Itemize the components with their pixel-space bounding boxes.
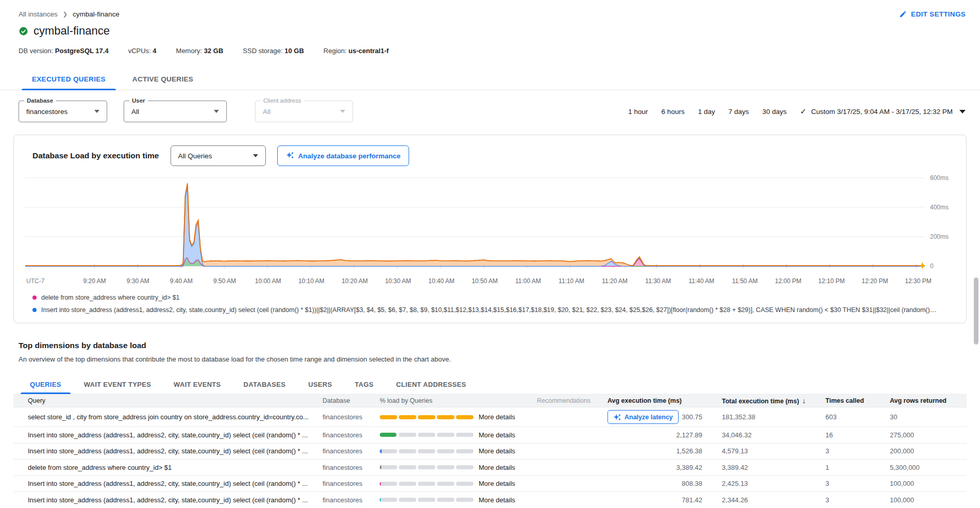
- info-memory: Memory: 32 GB: [176, 47, 224, 55]
- top-dimensions-subtitle: An overview of the top dimensions that c…: [19, 355, 967, 363]
- row-database: financestores: [323, 463, 380, 472]
- sort-descending-icon[interactable]: ↓: [802, 397, 806, 405]
- y-axis-labels: 0200ms400ms600ms: [925, 173, 955, 276]
- row-recommendation: [537, 450, 607, 452]
- x-tick-label: 12:00 PM: [775, 277, 801, 285]
- dim-tab-tags[interactable]: TAGS: [344, 374, 385, 394]
- dim-tab-queries[interactable]: QUERIES: [19, 374, 73, 394]
- info-ssd: SSD storage: 10 GB: [243, 47, 304, 55]
- table-row: Insert into store_address (address1, add…: [13, 444, 967, 460]
- database-filter-value: financestores: [26, 108, 67, 116]
- dim-tab-wait-event-types[interactable]: WAIT EVENT TYPES: [73, 374, 162, 394]
- dimension-tabs: QUERIES WAIT EVENT TYPES WAIT EVENTS DAT…: [19, 374, 967, 394]
- col-spacer: [479, 400, 537, 402]
- load-bar-segment: [456, 498, 474, 502]
- client-address-filter-value: All: [263, 108, 271, 116]
- x-axis-labels: UTC-79:20 AM9:30 AM9:40 AM9:50 AM10:00 A…: [25, 277, 955, 287]
- time-range-6-hours[interactable]: 6 hours: [662, 108, 685, 116]
- dim-tab-databases[interactable]: DATABASES: [232, 374, 297, 394]
- col-total-exec-label: Total execution time (ms): [722, 398, 799, 405]
- more-details-link[interactable]: More details: [479, 463, 537, 472]
- x-tick-label: 10:00 AM: [255, 277, 281, 285]
- breadcrumb-all-instances[interactable]: All instances: [19, 10, 58, 18]
- info-region: Region: us-central1-f: [324, 47, 388, 55]
- table-row: Insert into store_address (address1, add…: [13, 476, 967, 493]
- analyze-database-performance-button[interactable]: Analyze database performance: [277, 145, 410, 166]
- load-bar-segment: [418, 498, 435, 502]
- more-details-link[interactable]: More details: [479, 479, 537, 488]
- analyze-latency-button[interactable]: Analyze latency: [607, 410, 679, 424]
- user-filter-label: User: [129, 97, 148, 104]
- time-range-1-day[interactable]: 1 day: [698, 108, 715, 116]
- dim-tab-wait-events[interactable]: WAIT EVENTS: [162, 374, 232, 394]
- more-details-link[interactable]: More details: [479, 446, 537, 456]
- row-avg-rows-returned: 30: [890, 412, 967, 422]
- row-load-bar-cell: [380, 497, 479, 503]
- load-chart-plot[interactable]: [25, 173, 925, 276]
- x-tick-label: 11:40 AM: [689, 277, 715, 285]
- queries-table: Query Database % load by Queries Recomme…: [13, 394, 967, 508]
- col-avg-exec[interactable]: Avg execution time (ms): [607, 396, 722, 405]
- dim-tab-client-addresses[interactable]: CLIENT ADDRESSES: [385, 374, 478, 394]
- chevron-down-icon: [253, 154, 258, 157]
- col-load[interactable]: % load by Queries: [380, 396, 479, 405]
- tab-active-queries[interactable]: ACTIVE QUERIES: [119, 68, 207, 90]
- legend-item[interactable]: Insert into store_address (address1, add…: [32, 306, 955, 314]
- row-total-exec-value: 2,425.13: [722, 479, 825, 488]
- row-avg-exec-cell: 1,526.38: [607, 446, 722, 456]
- row-load-bar-cell: [380, 432, 479, 438]
- time-range-7-days[interactable]: 7 days: [729, 108, 749, 116]
- col-total-exec[interactable]: Total execution time (ms)↓: [722, 396, 825, 406]
- dim-tab-users[interactable]: USERS: [297, 374, 343, 394]
- col-recommendations[interactable]: Recommendations: [537, 396, 607, 405]
- time-range-custom[interactable]: ✓ Custom 3/17/25, 9:04 AM - 3/17/25, 12:…: [800, 107, 966, 116]
- more-details-link[interactable]: More details: [479, 412, 537, 422]
- database-filter-select[interactable]: Database financestores: [19, 101, 107, 122]
- load-chart: 0200ms400ms600ms: [25, 173, 955, 276]
- x-tick-label: 11:20 AM: [602, 277, 628, 285]
- top-dimensions-title: Top dimensions by database load: [19, 341, 967, 350]
- legend-item[interactable]: delete from store_address where country_…: [32, 294, 955, 301]
- load-bar-segment: [456, 415, 474, 419]
- y-tick-label: 0: [930, 263, 934, 270]
- row-avg-rows-returned: 275,000: [890, 430, 967, 440]
- chart-legend: delete from store_address where country_…: [32, 294, 955, 314]
- more-details-link[interactable]: More details: [479, 430, 537, 440]
- x-tick-label: 9:50 AM: [213, 277, 236, 285]
- time-range-30-days[interactable]: 30 days: [762, 108, 786, 116]
- queries-filter-select[interactable]: All Queries: [171, 145, 266, 166]
- table-row: Insert into store_address (address1, add…: [13, 427, 967, 444]
- x-tick-label: 10:20 AM: [342, 277, 368, 285]
- col-times-called[interactable]: Times called: [825, 396, 890, 405]
- scrollbar-thumb[interactable]: [974, 277, 978, 345]
- col-query[interactable]: Query: [13, 396, 323, 405]
- chevron-down-icon: [94, 110, 99, 113]
- filter-row: Database financestores User All Client a…: [19, 101, 966, 122]
- edit-settings-button[interactable]: EDIT SETTINGS: [899, 10, 966, 18]
- row-avg-rows-returned: 100,000: [890, 479, 967, 488]
- user-filter-select[interactable]: User All: [124, 101, 227, 122]
- row-avg-exec-cell: Analyze latency300.75: [607, 409, 722, 425]
- row-recommendation: [537, 416, 607, 418]
- queries-table-header: Query Database % load by Queries Recomme…: [13, 394, 967, 407]
- load-bar-segment: [380, 498, 397, 502]
- row-query-text: Insert into store_address (address1, add…: [13, 430, 323, 440]
- load-bar-segment: [418, 449, 435, 453]
- time-range-1-hour[interactable]: 1 hour: [628, 108, 648, 116]
- row-recommendation: [537, 466, 607, 468]
- row-total-exec-value: 181,352.38: [722, 412, 825, 422]
- client-address-filter-label: Client address: [261, 97, 304, 104]
- more-details-link[interactable]: More details: [479, 495, 537, 505]
- col-database[interactable]: Database: [323, 396, 380, 405]
- tab-executed-queries[interactable]: EXECUTED QUERIES: [19, 68, 119, 90]
- x-tick-label: 10:30 AM: [385, 277, 411, 285]
- col-avg-rows[interactable]: Avg rows returned: [890, 396, 967, 405]
- load-bar-segment: [418, 465, 435, 469]
- row-avg-exec-value: 2,127.89: [676, 431, 702, 439]
- row-times-called: 16: [825, 430, 890, 440]
- spark-icon: [286, 151, 294, 161]
- load-bar-segment: [456, 433, 474, 437]
- chart-end-marker: [919, 262, 925, 269]
- top-dimensions-section: Top dimensions by database load An overv…: [19, 341, 967, 394]
- query-insights-page: All instances ❯ cymbal-finance EDIT SETT…: [0, 0, 980, 508]
